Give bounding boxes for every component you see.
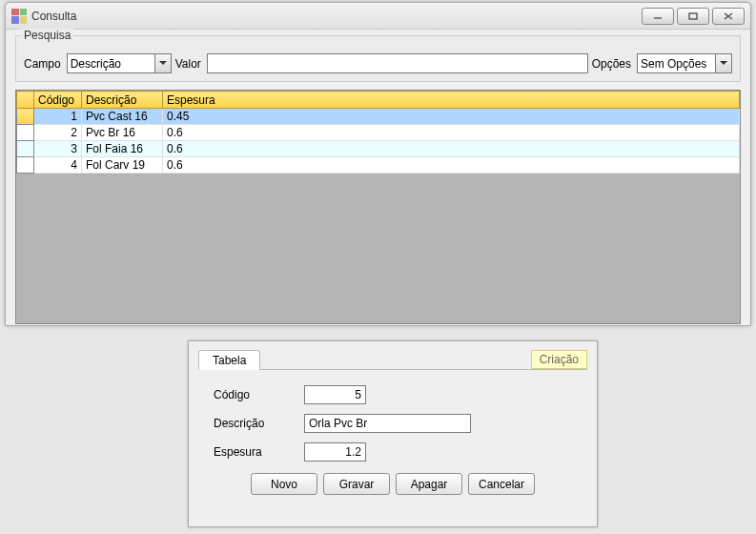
cell-descricao[interactable]: Fol Carv 19 [82, 157, 163, 174]
novo-button[interactable]: Novo [251, 473, 317, 495]
titlebar: Consulta [6, 3, 750, 30]
row-header-corner[interactable] [17, 92, 34, 109]
cell-espesura[interactable]: 0.6 [163, 141, 740, 157]
search-groupbox: Pesquisa Campo Descrição Valor Opções Se… [15, 35, 741, 82]
column-header-espesura[interactable]: Espesura [163, 92, 740, 109]
field-codigo: Código [214, 385, 572, 404]
table-row[interactable]: 2 Pvc Br 16 0.6 [17, 125, 740, 141]
codigo-input[interactable] [304, 385, 366, 404]
descricao-input[interactable] [304, 414, 471, 433]
row-header[interactable] [17, 109, 34, 125]
column-header-codigo[interactable]: Código [34, 92, 82, 109]
cell-codigo[interactable]: 3 [34, 141, 82, 157]
window-controls [642, 8, 745, 25]
row-header[interactable] [17, 125, 34, 141]
chevron-down-icon[interactable] [715, 54, 731, 72]
valor-input[interactable] [207, 53, 588, 73]
opcoes-combo-value: Sem Opções [641, 57, 706, 71]
close-button[interactable] [712, 8, 745, 25]
table-row[interactable]: 4 Fol Carv 19 0.6 [17, 157, 740, 174]
column-header-row: Código Descrição Espesura [17, 92, 740, 109]
row-header[interactable] [17, 157, 34, 174]
opcoes-combo[interactable]: Sem Opções [637, 53, 732, 73]
cell-espesura[interactable]: 0.6 [163, 125, 740, 141]
cell-descricao[interactable]: Pvc Br 16 [82, 125, 163, 141]
cell-codigo[interactable]: 2 [34, 125, 82, 141]
consulta-window: Consulta Pesquisa Campo Descrição Valor … [5, 2, 751, 326]
descricao-label: Descrição [214, 417, 304, 430]
mode-label: Criação [531, 350, 587, 369]
search-row: Campo Descrição Valor Opções Sem Opções [24, 53, 732, 73]
valor-label: Valor [175, 57, 201, 71]
espesura-label: Espesura [214, 445, 304, 459]
field-espesura: Espesura [214, 442, 572, 462]
table-row[interactable]: 1 Pvc Cast 16 0.45 [17, 109, 740, 125]
chevron-down-icon[interactable] [154, 54, 171, 72]
edit-form-panel: Tabela Criação Código Descrição Espesura… [188, 340, 598, 527]
gravar-button[interactable]: Gravar [323, 473, 390, 495]
tab-row: Tabela Criação [198, 347, 587, 370]
field-descricao: Descrição [214, 414, 572, 433]
cell-descricao[interactable]: Pvc Cast 16 [82, 109, 163, 125]
svg-rect-1 [689, 13, 697, 19]
cell-codigo[interactable]: 1 [34, 109, 82, 125]
cell-descricao[interactable]: Fol Faia 16 [82, 141, 163, 157]
cancelar-button[interactable]: Cancelar [468, 473, 535, 495]
apagar-button[interactable]: Apagar [396, 473, 462, 495]
form-body: Código Descrição Espesura Novo Gravar Ap… [198, 370, 587, 501]
app-icon [11, 9, 27, 24]
campo-combo-value: Descrição [71, 57, 121, 71]
maximize-button[interactable] [677, 8, 709, 25]
row-header[interactable] [17, 141, 34, 157]
window-title: Consulta [31, 10, 76, 23]
search-legend: Pesquisa [21, 29, 73, 42]
campo-label: Campo [24, 57, 61, 71]
opcoes-label: Opções [592, 57, 631, 71]
cell-codigo[interactable]: 4 [34, 157, 82, 174]
table-row[interactable]: 3 Fol Faia 16 0.6 [17, 141, 740, 157]
minimize-button[interactable] [642, 8, 674, 25]
column-header-descricao[interactable]: Descrição [82, 92, 163, 109]
codigo-label: Código [214, 388, 304, 401]
cell-espesura[interactable]: 0.45 [163, 109, 740, 125]
campo-combo[interactable]: Descrição [67, 53, 172, 73]
data-grid[interactable]: Código Descrição Espesura 1 Pvc Cast 16 … [15, 90, 741, 324]
tab-tabela[interactable]: Tabela [198, 350, 260, 370]
button-row: Novo Gravar Apagar Cancelar [214, 473, 572, 495]
espesura-input[interactable] [304, 442, 366, 462]
cell-espesura[interactable]: 0.6 [163, 157, 740, 174]
